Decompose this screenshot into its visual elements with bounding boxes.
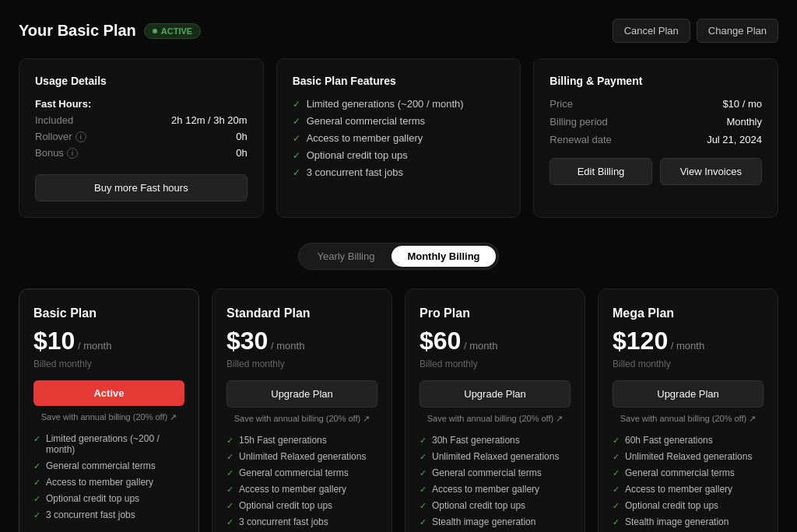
feature-item: ✓Access to member gallery: [293, 132, 505, 144]
check-icon: ✓: [293, 133, 300, 144]
features-card: Basic Plan Features ✓Limited generations…: [276, 58, 521, 218]
features-card-title: Basic Plan Features: [293, 75, 505, 87]
upgrade-plan-button[interactable]: Upgrade Plan: [226, 380, 377, 408]
usage-card: Usage Details Fast Hours: Included 2h 12…: [19, 58, 264, 218]
plan-check-icon: ✓: [613, 517, 620, 527]
save-text: Save with annual billing (20% off) ↗: [420, 414, 571, 424]
billing-toggle-area: Yearly Billing Monthly Billing: [19, 243, 778, 270]
plan-check-icon: ✓: [420, 517, 427, 527]
save-text: Save with annual billing (20% off) ↗: [226, 414, 377, 424]
price-period: / month: [671, 340, 704, 352]
price-amount: $60: [420, 327, 461, 355]
renewal-label: Renewal date: [549, 134, 612, 145]
plan-feature-item: ✓ Limited generations (~200 / month): [33, 433, 184, 455]
plan-check-icon: ✓: [33, 478, 40, 488]
plan-billed: Billed monthly: [33, 359, 184, 369]
plan-feature-item: ✓ General commercial terms: [33, 460, 184, 471]
plan-name: Pro Plan: [420, 306, 571, 320]
plan-feature-item: ✓ Stealth image generation: [420, 516, 571, 527]
plan-feature-item: ✓ Access to member gallery: [613, 484, 764, 495]
plan-check-icon: ✓: [226, 436, 233, 446]
info-cards: Usage Details Fast Hours: Included 2h 12…: [19, 58, 778, 218]
bonus-value: 0h: [236, 147, 247, 159]
plan-check-icon: ✓: [33, 494, 40, 504]
plan-check-icon: ✓: [33, 461, 40, 471]
check-icon: ✓: [293, 167, 300, 178]
plan-feature-item: ✓ Unlimited Relaxed generations: [420, 451, 571, 462]
plan-check-icon: ✓: [420, 436, 427, 446]
view-invoices-button[interactable]: View Invoices: [660, 158, 762, 185]
plan-check-icon: ✓: [613, 501, 620, 511]
buy-fast-hours-button[interactable]: Buy more Fast hours: [35, 174, 248, 201]
plan-check-icon: ✓: [226, 517, 233, 527]
monthly-billing-toggle[interactable]: Monthly Billing: [391, 246, 495, 267]
edit-billing-button[interactable]: Edit Billing: [549, 158, 651, 185]
page-header: Your Basic Plan ACTIVE Cancel Plan Chang…: [19, 19, 778, 43]
plan-billed: Billed monthly: [613, 359, 764, 369]
plan-check-icon: ✓: [420, 501, 427, 511]
cancel-plan-button[interactable]: Cancel Plan: [613, 19, 690, 43]
upgrade-plan-button[interactable]: Upgrade Plan: [420, 380, 571, 408]
price-period: / month: [271, 340, 304, 352]
plan-check-icon: ✓: [226, 501, 233, 511]
plan-feature-item: ✓ General commercial terms: [226, 467, 377, 478]
yearly-billing-toggle[interactable]: Yearly Billing: [301, 246, 390, 267]
check-icon: ✓: [293, 150, 300, 161]
active-dot-icon: [153, 29, 157, 33]
price-amount: $10: [33, 327, 75, 355]
price-row: Price $10 / mo: [549, 98, 762, 110]
active-badge-label: ACTIVE: [161, 26, 192, 36]
plan-feature-item: ✓ General commercial terms: [613, 467, 764, 478]
plan-card-pro-plan: Pro Plan $60 / month Billed monthly Upgr…: [405, 289, 585, 532]
plan-feature-item: ✓ Access to member gallery: [33, 477, 184, 488]
plan-check-icon: ✓: [226, 485, 233, 495]
plan-feature-item: ✓ 3 concurrent fast jobs: [33, 509, 184, 520]
bonus-info-icon[interactable]: i: [67, 148, 78, 159]
rollover-info-icon[interactable]: i: [75, 131, 86, 142]
plan-name: Standard Plan: [226, 306, 377, 320]
plan-price: $60 / month: [420, 327, 571, 355]
plan-feature-item: ✓ Optional credit top ups: [33, 493, 184, 504]
plan-title-area: Your Basic Plan ACTIVE: [19, 22, 201, 40]
features-list: ✓Limited generations (~200 / month)✓Gene…: [293, 98, 505, 178]
price-period: / month: [464, 340, 497, 352]
upgrade-plan-button[interactable]: Upgrade Plan: [613, 380, 764, 408]
plan-price: $120 / month: [613, 327, 764, 355]
plan-feature-item: ✓ 60h Fast generations: [613, 435, 764, 446]
check-icon: ✓: [293, 116, 300, 127]
included-value: 2h 12m / 3h 20m: [171, 114, 248, 126]
check-icon: ✓: [293, 99, 300, 110]
plan-cards: Basic Plan $10 / month Billed monthly Ac…: [19, 289, 778, 532]
plan-name: Mega Plan: [613, 306, 764, 320]
plan-feature-item: ✓ 15h Fast generations: [226, 435, 377, 446]
feature-item: ✓3 concurrent fast jobs: [293, 166, 505, 178]
rollover-row: Rollover i 0h: [35, 131, 248, 142]
page-title: Your Basic Plan: [19, 22, 136, 40]
period-row: Billing period Monthly: [549, 116, 762, 128]
plan-check-icon: ✓: [420, 468, 427, 478]
usage-card-title: Usage Details: [35, 75, 248, 87]
plan-check-icon: ✓: [33, 434, 40, 444]
plan-feature-item: ✓ Access to member gallery: [420, 484, 571, 495]
save-text: Save with annual billing (20% off) ↗: [613, 414, 764, 424]
feature-item: ✓Limited generations (~200 / month): [293, 98, 505, 110]
plan-feature-item: ✓ Unlimited Relaxed generations: [613, 451, 764, 462]
plan-feature-item: ✓ Stealth image generation: [613, 516, 764, 527]
plan-card-standard-plan: Standard Plan $30 / month Billed monthly…: [212, 289, 392, 532]
plan-billed: Billed monthly: [420, 359, 571, 369]
active-plan-button[interactable]: Active: [33, 380, 184, 406]
billing-card-title: Billing & Payment: [549, 75, 762, 87]
plan-feature-item: ✓ 3 concurrent fast jobs: [226, 516, 377, 527]
renewal-value: Jul 21, 2024: [707, 134, 762, 145]
plan-check-icon: ✓: [226, 468, 233, 478]
plan-billed: Billed monthly: [226, 359, 377, 369]
plan-check-icon: ✓: [420, 452, 427, 462]
billing-toggle: Yearly Billing Monthly Billing: [298, 243, 498, 270]
change-plan-button[interactable]: Change Plan: [697, 19, 778, 43]
plan-features-list: ✓ 30h Fast generations ✓ Unlimited Relax…: [420, 435, 571, 532]
plan-feature-item: ✓ Optional credit top ups: [420, 500, 571, 511]
plan-feature-item: ✓ Optional credit top ups: [613, 500, 764, 511]
plan-feature-item: ✓ Access to member gallery: [226, 484, 377, 495]
plan-check-icon: ✓: [33, 510, 40, 520]
plan-feature-item: ✓ Optional credit top ups: [226, 500, 377, 511]
